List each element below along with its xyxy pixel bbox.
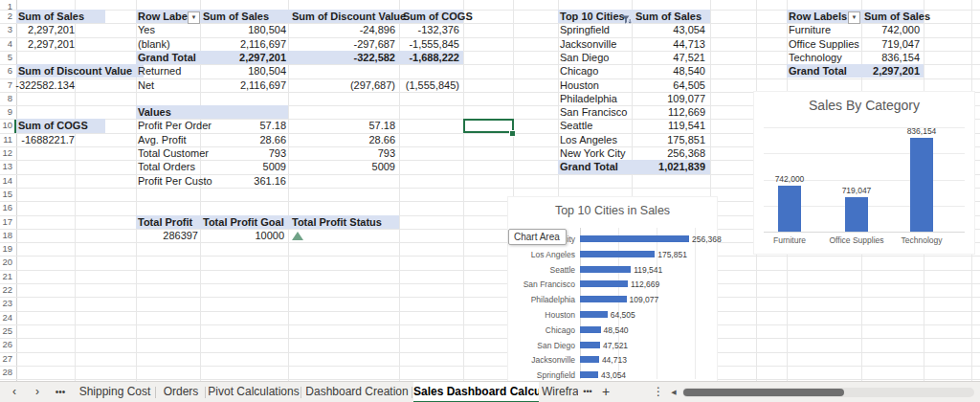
pivot-value[interactable]: 2,297,201 (200, 51, 286, 64)
row-number[interactable]: 26 (0, 338, 12, 351)
scrollbar-thumb[interactable] (683, 389, 844, 396)
city-sales-value[interactable]: 64,505 (632, 78, 705, 92)
pivot-value[interactable]: 180,504 (200, 64, 286, 78)
pivot-value[interactable] (288, 64, 395, 78)
sheet-tab[interactable]: Orders (157, 382, 205, 402)
top10-header[interactable]: Sum of Sales (635, 10, 707, 23)
row-number[interactable]: 27 (0, 352, 12, 366)
profit-goal-value[interactable]: 10000 (200, 229, 284, 242)
row-labels-dropdown-icon[interactable]: ▼ (848, 11, 860, 24)
city-label[interactable]: New York City (560, 146, 629, 160)
city-label[interactable]: Houston (560, 78, 629, 92)
summary-header[interactable]: Sum of Sales (16, 10, 105, 23)
row-number[interactable]: 25 (0, 324, 12, 338)
pivot-value[interactable]: -132,376 (399, 23, 459, 36)
category-sales-value[interactable]: 742,000 (861, 23, 920, 36)
row-number[interactable]: 22 (0, 283, 12, 297)
metric-value[interactable]: 28.66 (288, 133, 395, 146)
summary-header[interactable]: Sum of COGS (16, 119, 105, 132)
pivot-value[interactable]: (297,687) (288, 78, 395, 92)
pivot-value[interactable]: 2,116,697 (200, 37, 286, 51)
pivot-value[interactable]: 180,504 (200, 23, 286, 36)
fill-handle[interactable] (509, 130, 516, 137)
row-number[interactable]: 24 (0, 311, 12, 324)
pivot-value[interactable]: 2,116,697 (200, 78, 286, 92)
summary-value[interactable]: 2,297,201 (10, 23, 75, 36)
city-label[interactable]: Springfield (560, 23, 629, 36)
metric-value[interactable]: 361.16 (200, 174, 286, 188)
row-number[interactable]: 8 (0, 92, 12, 105)
category-grand-total-label[interactable]: Grand Total (789, 64, 860, 78)
summary-value[interactable]: 2,297,201 (10, 37, 75, 51)
pivot-header[interactable]: Sum of Discount Value (292, 10, 397, 23)
city-label[interactable]: Chicago (560, 64, 629, 78)
spreadsheet-grid[interactable]: 1234567891011121314151617181920212223242… (0, 0, 980, 381)
pivot-row-label[interactable]: Returned (138, 64, 198, 78)
category-sales-value[interactable]: 836,154 (861, 51, 920, 64)
row-number[interactable]: 6 (0, 64, 12, 78)
metric-value[interactable]: 5009 (200, 160, 286, 173)
city-label[interactable]: Los Angeles (560, 133, 629, 146)
row-number[interactable]: 17 (0, 215, 12, 229)
row-number[interactable]: 5 (0, 51, 12, 64)
city-label[interactable]: San Diego (560, 51, 629, 64)
sheet-menu-button[interactable]: ⋮ (651, 382, 666, 402)
category-label[interactable]: Technology (789, 51, 860, 64)
category-label[interactable]: Office Supplies (789, 37, 860, 51)
scrollbar-left-arrow[interactable]: ◀ (667, 382, 680, 402)
sheet-tab-active[interactable]: Sales Dashboard Calculation (413, 382, 539, 402)
sheet-nav-more[interactable]: ••• (48, 382, 73, 402)
row-number[interactable]: 12 (0, 146, 12, 160)
category-grand-total-value[interactable]: 2,297,201 (861, 64, 920, 78)
city-sales-value[interactable]: 44,713 (632, 37, 705, 51)
row-number[interactable]: 2 (0, 10, 12, 23)
sheet-nav-left[interactable]: ‹ (4, 382, 25, 402)
row-number[interactable]: 16 (0, 201, 12, 214)
city-label[interactable]: San Francisco (560, 105, 629, 119)
top10-header[interactable]: Top 10 Cities (560, 10, 619, 23)
category-sales-value[interactable]: 719,047 (861, 37, 920, 51)
row-number[interactable]: 18 (0, 229, 12, 242)
pivot-value[interactable]: -1,555,845 (399, 37, 459, 51)
category-header-row-labels[interactable]: Row Labels (789, 10, 844, 23)
pivot-value[interactable]: -322,582 (288, 51, 395, 64)
row-number[interactable]: 10 (0, 119, 12, 132)
metric-value[interactable]: 793 (200, 146, 286, 160)
pivot-header[interactable]: Sum of COGS (403, 10, 461, 23)
pivot-value[interactable]: (1,555,845) (399, 78, 459, 92)
metric-value[interactable]: 57.18 (288, 119, 395, 132)
row-number[interactable]: 15 (0, 188, 12, 201)
pivot-value[interactable] (399, 64, 459, 78)
row-number[interactable]: 1 (0, 0, 12, 10)
city-sales-value[interactable]: 109,077 (632, 92, 705, 105)
values-header[interactable]: Values (136, 105, 288, 119)
city-label[interactable]: Jacksonville (560, 37, 629, 51)
city-sales-value[interactable]: 256,368 (632, 146, 705, 160)
row-number[interactable]: 14 (0, 174, 12, 188)
city-sales-value[interactable]: 175,851 (632, 133, 705, 146)
sheet-tab[interactable]: Pivot Calculations (207, 382, 301, 402)
profit-header[interactable]: Total Profit Status (292, 215, 395, 229)
sheet-tab[interactable]: Shipping Cost (75, 382, 155, 402)
top10-cities-chart[interactable]: Top 10 Cities in Sales New York City256,… (508, 197, 717, 381)
funnel-sort-icon[interactable] (622, 11, 632, 29)
pivot-header[interactable]: Sum of Sales (203, 10, 285, 23)
metric-value[interactable]: 793 (288, 146, 395, 160)
summary-value[interactable]: -1688221.7 (10, 133, 75, 146)
row-number[interactable]: 9 (0, 105, 12, 119)
row-number[interactable]: 13 (0, 160, 12, 173)
city-sales-value[interactable]: 47,521 (632, 51, 705, 64)
row-number[interactable]: 28 (0, 366, 12, 379)
profit-header[interactable]: Total Profit (138, 215, 197, 229)
add-sheet-button[interactable]: + (597, 382, 614, 402)
pivot-header-row-labels[interactable]: Row Labels (138, 10, 188, 23)
row-number[interactable]: 21 (0, 270, 12, 283)
pivot-value[interactable]: -1,688,222 (399, 51, 459, 64)
city-sales-value[interactable]: 48,540 (632, 64, 705, 78)
category-header[interactable]: Sum of Sales (864, 10, 922, 23)
pivot-row-label[interactable]: Grand Total (138, 51, 198, 64)
summary-value[interactable]: -322582.134 (10, 78, 75, 92)
metric-value[interactable]: 57.18 (200, 119, 286, 132)
profit-header[interactable]: Total Profit Goal (203, 215, 285, 229)
row-number[interactable]: 20 (0, 256, 12, 269)
